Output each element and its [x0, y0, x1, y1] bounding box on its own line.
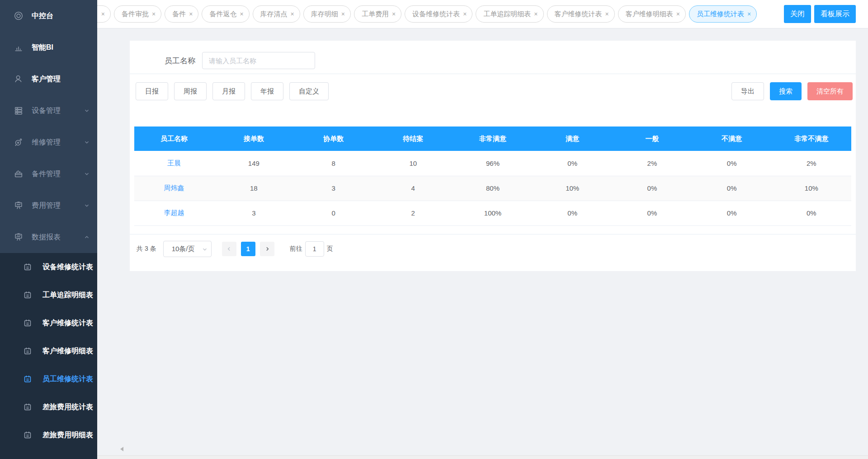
sidebar-item-maintenance[interactable]: 维修管理 — [0, 126, 97, 158]
tab-label: 库存清点 — [260, 10, 288, 19]
cell: 0% — [692, 151, 772, 176]
yearly-report-button[interactable]: 年报 — [251, 82, 283, 100]
app-window: 中控台 智能BI 客户管理 设备管理 维修 — [0, 0, 868, 459]
cell: 149 — [214, 151, 293, 176]
sidebar-item-expenses[interactable]: 费用管理 — [0, 190, 97, 221]
employee-name-input[interactable] — [202, 52, 315, 69]
tab-bar: × 备件审批 × 备件 × 备件返仓 × 库存清点 × 库存明细 × 工单费用 … — [97, 0, 868, 28]
tab-customer-repair-detail[interactable]: 客户维修明细表 × — [618, 5, 686, 23]
tab-workorder-tracking[interactable]: 工单追踪明细表 × — [476, 5, 543, 23]
content-card: 员工名称 日报 周报 月报 年报 自定义 导出 搜索 清空所有 员工名称 接单数… — [130, 41, 856, 271]
toolbar: 日报 周报 月报 年报 自定义 导出 搜索 清空所有 — [136, 82, 853, 100]
chevron-down-icon — [84, 139, 90, 145]
close-icon[interactable]: × — [341, 11, 345, 17]
table-row: 李超越 3 0 2 100% 0% 0% 0% 0% — [134, 201, 851, 225]
chevron-down-icon — [84, 171, 90, 177]
close-icon[interactable]: × — [605, 11, 609, 17]
search-gear-icon — [14, 137, 24, 147]
custom-period-button[interactable]: 自定义 — [289, 82, 329, 100]
chevron-up-icon — [84, 234, 90, 240]
close-icon[interactable]: × — [676, 11, 680, 17]
sidebar-item-parts[interactable]: 备件管理 — [0, 158, 97, 190]
sidebar-item-reports[interactable]: 数据报表 — [0, 221, 97, 253]
sidebar-item-devices[interactable]: 设备管理 — [0, 95, 97, 126]
scroll-left-arrow-icon[interactable] — [120, 447, 123, 451]
col-header-satisfied: 满意 — [533, 126, 612, 151]
sidebar-item-label: 备件管理 — [32, 169, 61, 179]
cell: 3 — [214, 201, 293, 225]
tab-workorder-cost[interactable]: 工单费用 × — [354, 5, 401, 23]
close-icon[interactable]: × — [534, 11, 538, 17]
tab-device-repair-stats[interactable]: 设备维修统计表 × — [405, 5, 472, 23]
goto-page-input[interactable] — [305, 241, 324, 257]
prev-page-button[interactable] — [222, 242, 236, 256]
sidebar-item-bi[interactable]: 智能BI — [0, 32, 97, 63]
search-button[interactable]: 搜索 — [770, 82, 802, 100]
tab-inventory-detail[interactable]: 库存明细 × — [303, 5, 351, 23]
daily-report-button[interactable]: 日报 — [136, 82, 168, 100]
tab-inventory-check[interactable]: 库存清点 × — [253, 5, 300, 23]
close-icon[interactable]: × — [747, 11, 751, 17]
monthly-report-button[interactable]: 月报 — [212, 82, 245, 100]
easel-chart-icon — [14, 201, 24, 211]
employee-name-link[interactable]: 王晨 — [134, 151, 214, 176]
tab-clipped[interactable]: × — [97, 5, 111, 23]
employee-name-link[interactable]: 周炜鑫 — [134, 176, 214, 201]
submenu-travel-expense-detail[interactable]: 差旅费用明细表 — [0, 421, 97, 449]
close-icon[interactable]: × — [463, 11, 467, 17]
sidebar-item-console[interactable]: 中控台 — [0, 0, 97, 32]
col-header-very-unsatisfied: 非常不满意 — [772, 126, 851, 151]
toolbox-icon — [14, 169, 24, 179]
sidebar-item-label: 智能BI — [32, 43, 53, 52]
notebook-icon — [23, 402, 33, 412]
tab-parts-approval[interactable]: 备件审批 × — [114, 5, 161, 23]
tab-parts-return[interactable]: 备件返仓 × — [202, 5, 249, 23]
tab-parts[interactable]: 备件 × — [165, 5, 198, 23]
page-number-button[interactable]: 1 — [241, 242, 255, 256]
close-icon[interactable]: × — [240, 11, 243, 17]
cell: 18 — [214, 176, 293, 201]
tab-label: 备件 — [172, 10, 186, 19]
sidebar-item-label: 客户管理 — [32, 75, 61, 84]
cell: 0% — [533, 201, 612, 225]
export-button[interactable]: 导出 — [731, 82, 764, 100]
chevron-down-icon — [202, 246, 208, 253]
page-size-select[interactable]: 10条/页 — [163, 241, 212, 257]
cell: 80% — [453, 176, 533, 201]
cell: 100% — [453, 201, 533, 225]
close-tabs-button[interactable]: 关闭 — [784, 5, 811, 23]
close-icon[interactable]: × — [291, 11, 294, 17]
submenu-item-label: 客户维修统计表 — [42, 318, 93, 328]
sidebar-item-customers[interactable]: 客户管理 — [0, 63, 97, 95]
tab-employee-repair-stats[interactable]: 员工维修统计表 × — [689, 5, 757, 23]
submenu-item-label: 工单追踪明细表 — [42, 290, 93, 300]
close-icon[interactable]: × — [392, 11, 396, 17]
employee-stats-table: 员工名称 接单数 协单数 待结案 非常满意 满意 一般 不满意 非常不满意 王晨 — [134, 126, 851, 226]
tab-label: 工单追踪明细表 — [483, 10, 531, 19]
easel-chart-icon — [14, 232, 24, 242]
cell: 10% — [533, 176, 612, 201]
submenu-device-repair-stats[interactable]: 设备维修统计表 — [0, 253, 97, 281]
server-icon — [14, 106, 24, 116]
close-icon[interactable]: × — [152, 11, 156, 17]
board-display-button[interactable]: 看板展示 — [814, 5, 856, 23]
horizontal-scrollbar[interactable] — [97, 455, 868, 459]
cell: 10% — [772, 176, 851, 201]
cell: 2% — [772, 151, 851, 176]
clear-all-button[interactable]: 清空所有 — [807, 82, 853, 100]
submenu-customer-repair-detail[interactable]: 客户维修明细表 — [0, 337, 97, 365]
submenu-customer-repair-stats[interactable]: 客户维修统计表 — [0, 309, 97, 337]
goto-label: 前往 — [290, 245, 302, 253]
cell: 0% — [772, 201, 851, 225]
submenu-employee-repair-stats[interactable]: 员工维修统计表 — [0, 365, 97, 393]
tab-customer-repair-stats[interactable]: 客户维修统计表 × — [547, 5, 615, 23]
employee-name-link[interactable]: 李超越 — [134, 201, 214, 225]
submenu-travel-expense-stats[interactable]: 差旅费用统计表 — [0, 393, 97, 421]
next-page-button[interactable] — [260, 242, 274, 256]
weekly-report-button[interactable]: 周报 — [174, 82, 207, 100]
close-icon[interactable]: × — [189, 11, 193, 17]
cell: 0 — [293, 201, 373, 225]
sidebar-item-label: 设备管理 — [32, 106, 61, 116]
submenu-workorder-tracking-detail[interactable]: 工单追踪明细表 — [0, 281, 97, 309]
close-icon[interactable]: × — [101, 11, 105, 17]
